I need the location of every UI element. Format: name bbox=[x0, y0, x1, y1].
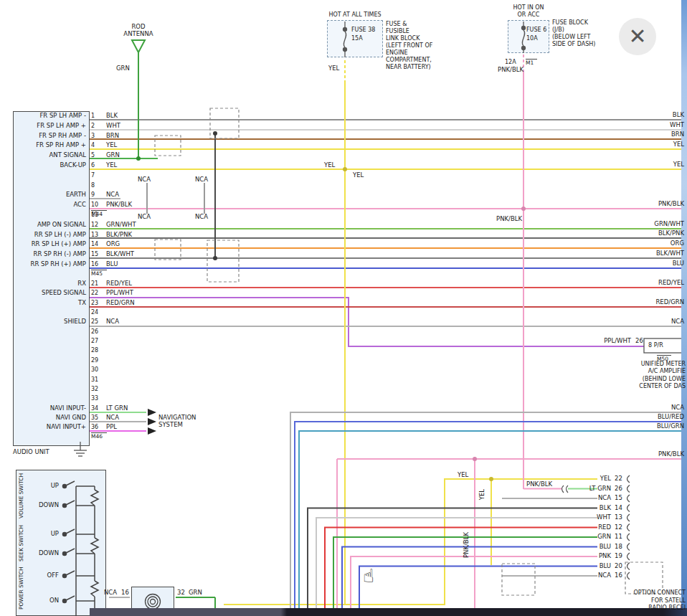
right-wire-label: RED/YEL bbox=[641, 280, 684, 287]
pin-number: 30 bbox=[91, 366, 98, 373]
bottom-component-left-wire: NCA bbox=[104, 589, 117, 597]
fuse-acc-name: FUSE 6 bbox=[526, 27, 546, 33]
option-wire-label: NCA bbox=[572, 495, 611, 502]
pin-function: BACK-UP bbox=[14, 162, 86, 169]
pin-wire-label: YEL bbox=[106, 142, 117, 149]
pnkblk-label-mid: PNK/BLK bbox=[496, 216, 522, 223]
option-pin-number: 15 bbox=[615, 495, 622, 502]
fuse-acc-note-line: (BELOW LEFT bbox=[552, 34, 590, 40]
pin-number: 29 bbox=[91, 357, 98, 364]
option-wire-label: BLK bbox=[572, 505, 611, 512]
pin-function: FR SP RH AMP - bbox=[14, 133, 86, 140]
pin-function: RR SP RH (-) AMP bbox=[14, 251, 86, 258]
bottom-component-right-wire: GRN bbox=[189, 589, 202, 597]
switch-group-label: VOLUME SWITCH bbox=[19, 473, 25, 518]
pin-function: FR SP LH AMP + bbox=[14, 123, 86, 130]
pin-number: 33 bbox=[91, 395, 98, 402]
fuse-battery-wire-label: YEL bbox=[328, 65, 339, 72]
option-connector-pins bbox=[627, 475, 630, 579]
pink-feed bbox=[337, 55, 687, 616]
option-wire-label: RED bbox=[572, 524, 611, 531]
pin-number: 21 bbox=[91, 280, 98, 287]
pin-function: TX bbox=[14, 300, 86, 307]
pin-number: 7 bbox=[91, 172, 95, 179]
pin-number: 11 bbox=[91, 212, 98, 218]
fuse-battery-note-line: COMPARTMENT, bbox=[386, 57, 432, 63]
option-note-line: OPTION CONNECT bbox=[620, 589, 686, 596]
m50-note-line: CENTER OF DAS bbox=[620, 383, 686, 389]
m50-box-label: 8 P/R bbox=[648, 342, 663, 349]
switch-position-label: DOWN bbox=[33, 550, 59, 557]
pin-wire-label: PPL bbox=[106, 424, 117, 431]
yel-label-row6-right: YEL bbox=[353, 172, 364, 179]
antenna-wire-label: GRN bbox=[116, 65, 130, 72]
window-bottom-edge bbox=[90, 608, 687, 616]
fuse-battery-header: HOT AT ALL TIMES bbox=[323, 11, 387, 18]
pin-function: EARTH bbox=[14, 191, 86, 199]
close-icon: ✕ bbox=[628, 26, 646, 47]
option-pin-number: 20 bbox=[615, 563, 622, 570]
fuse-battery-name: FUSE 38 bbox=[351, 27, 375, 33]
pin-number: 23 bbox=[91, 300, 98, 306]
switch-position-label: UP bbox=[33, 531, 59, 538]
pin-function: FR SP LH AMP - bbox=[14, 113, 86, 120]
pin-number: 35 bbox=[91, 414, 98, 421]
pin-number: 2 bbox=[91, 123, 95, 129]
pnkblk-label-rotated: PNK/BLK bbox=[463, 532, 470, 558]
pin-wire-label: WHT bbox=[106, 123, 120, 130]
pin-function: SHIELD bbox=[14, 318, 86, 326]
pin-wire-label: BLK bbox=[106, 113, 118, 120]
pin-wire-label: PNK/BLK bbox=[106, 202, 132, 209]
option-wire-label: PNK bbox=[572, 553, 611, 560]
yellow-feed bbox=[224, 60, 597, 605]
right-wire-label: RED/GRN bbox=[641, 299, 684, 306]
option-wire-label: NCA bbox=[572, 572, 611, 579]
pin-function: ACC bbox=[14, 202, 86, 209]
right-wire-label: PNK/BLK bbox=[641, 451, 684, 458]
right-wire-label: NCA bbox=[641, 318, 684, 326]
fuse-acc-note-line: (J/B) bbox=[552, 27, 564, 33]
fuse-battery-rating: 15A bbox=[351, 35, 363, 42]
pin-number: 31 bbox=[91, 376, 98, 383]
navigation-arrows bbox=[148, 409, 156, 435]
pin-number: 9 bbox=[91, 191, 95, 198]
pin-function: NAVI GND bbox=[14, 414, 86, 422]
option-note-line: RADIO RECEI bbox=[620, 605, 686, 611]
pin-wire-label: NCA bbox=[106, 318, 119, 326]
switch-group-label: POWER SWITCH bbox=[19, 565, 25, 611]
switch-position-label: UP bbox=[33, 483, 59, 490]
switch-assembly-box bbox=[16, 470, 106, 616]
right-wire-label: ORG bbox=[641, 240, 684, 247]
right-wire-label: PNK/BLK bbox=[641, 201, 684, 208]
close-button[interactable]: ✕ bbox=[619, 18, 656, 55]
pin-number: 1 bbox=[91, 113, 95, 119]
yel-label-row6-left: YEL bbox=[324, 162, 335, 169]
pin-wires bbox=[90, 120, 687, 431]
pin-number: 32 bbox=[91, 386, 98, 392]
antenna-symbol bbox=[132, 40, 145, 158]
yel-label-rotated: YEL bbox=[479, 489, 486, 500]
fuse-battery-note-line: LINK BLOCK bbox=[386, 35, 420, 42]
right-scrollbar[interactable] bbox=[681, 0, 687, 616]
m50-note-line: (BEHIND LOWE bbox=[620, 376, 686, 382]
pin-number: 3 bbox=[91, 133, 95, 139]
pin-number: 14 bbox=[91, 241, 98, 247]
fuse-battery-note-line: FUSIBLE bbox=[386, 28, 409, 34]
pin-wire-label: GRN/WHT bbox=[106, 222, 136, 229]
ltgrn-feed-label: PNK/BLK bbox=[526, 481, 552, 488]
m50-pin-number: 26 bbox=[635, 338, 643, 345]
pin-number: 16 bbox=[91, 261, 98, 267]
nca-label-d: NCA bbox=[195, 214, 208, 221]
connector-m1: M1 bbox=[526, 59, 537, 67]
junction-dots bbox=[136, 131, 526, 481]
pin-function: NAVI INPUT- bbox=[14, 405, 86, 412]
fuse-acc-header-1: HOT IN ON bbox=[502, 4, 555, 11]
pin-function: NAVI INPUT+ bbox=[14, 424, 86, 431]
pin-number: 24 bbox=[91, 309, 98, 316]
option-pin-number: 22 bbox=[615, 475, 622, 483]
pin-function: RR SP RH (+) AMP bbox=[14, 261, 86, 268]
pin-function: FR SP RH AMP + bbox=[14, 142, 86, 149]
navigation-label-2: SYSTEM bbox=[158, 422, 183, 429]
right-wire-label: BLK bbox=[641, 112, 684, 119]
pin-number: 5 bbox=[91, 152, 95, 158]
